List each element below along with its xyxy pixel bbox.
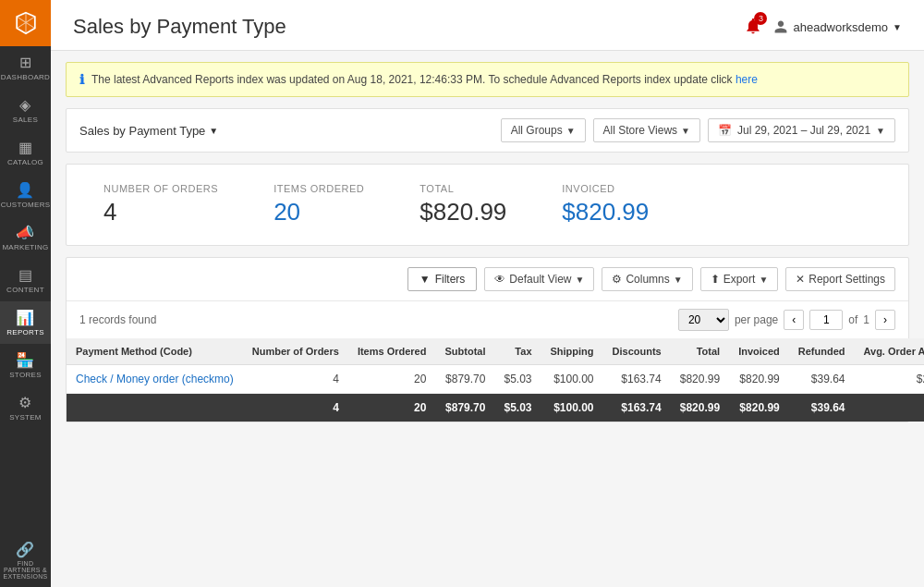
stat-total: TOTAL $820.99 <box>419 183 506 226</box>
total-invoiced: $820.99 <box>729 394 789 422</box>
total-value: $820.99 <box>419 198 506 226</box>
header-right: 3 aheadworksdemo ▼ <box>744 17 902 38</box>
cell-tax: $5.03 <box>494 365 541 394</box>
catalog-icon: ▦ <box>18 139 32 156</box>
sidebar-item-label: Content <box>6 286 44 294</box>
cell-avg-order: $205.25 <box>854 365 924 394</box>
user-menu[interactable]: aheadworksdemo ▼ <box>773 19 902 34</box>
logo[interactable] <box>0 0 51 46</box>
columns-button[interactable]: ⚙ Columns ▼ <box>602 267 692 291</box>
partners-icon: 🔗 <box>16 541 34 558</box>
sidebar-item-content[interactable]: ▤ Content <box>0 259 51 301</box>
total-tax: $5.03 <box>494 394 541 422</box>
groups-dropdown[interactable]: All Groups ▼ <box>501 118 586 142</box>
sidebar-item-dashboard[interactable]: ⊞ Dashboard <box>0 46 51 89</box>
page-size-select[interactable]: 20 50 100 <box>678 309 729 331</box>
sidebar-item-stores[interactable]: 🏪 Stores <box>0 344 51 386</box>
records-found: 1 records found <box>79 313 156 326</box>
sidebar-item-label: Dashboard <box>1 73 50 81</box>
export-chevron: ▼ <box>759 275 768 285</box>
calendar-icon: 📅 <box>718 124 732 137</box>
cell-total: $820.99 <box>671 365 729 394</box>
report-selector-label: Sales by Payment Type <box>79 124 205 138</box>
cell-subtotal: $879.70 <box>435 365 494 394</box>
data-table: Payment Method (Code) Number of Orders I… <box>67 338 924 422</box>
report-toolbar: Sales by Payment Type ▼ All Groups ▼ All… <box>66 108 909 153</box>
toolbar-left: Sales by Payment Type ▼ <box>79 124 218 138</box>
banner-message: The latest Advanced Reports index was up… <box>91 73 758 86</box>
reports-icon: 📊 <box>16 309 34 326</box>
page-header: Sales by Payment Type 3 aheadworksdemo ▼ <box>51 0 924 51</box>
sidebar-item-label: Reports <box>6 328 44 336</box>
cell-discounts: $163.74 <box>603 365 671 394</box>
export-button[interactable]: ⬆ Export ▼ <box>700 267 779 291</box>
items-label: ITEMS ORDERED <box>274 183 364 194</box>
sidebar-item-label: Catalog <box>7 158 43 166</box>
default-view-button[interactable]: 👁 Default View ▼ <box>484 267 594 291</box>
toolbar-right: All Groups ▼ All Store Views ▼ 📅 Jul 29,… <box>501 118 895 142</box>
default-view-chevron: ▼ <box>576 275 585 285</box>
prev-page-button[interactable]: ‹ <box>784 310 804 330</box>
filters-button[interactable]: ▼ Filters <box>407 267 478 291</box>
total-avg-order <box>854 394 924 422</box>
table-header-row: Payment Method (Code) Number of Orders I… <box>67 338 924 365</box>
stores-icon: 🏪 <box>16 351 34 369</box>
col-subtotal: Subtotal <box>435 338 494 365</box>
store-views-dropdown[interactable]: All Store Views ▼ <box>593 118 700 142</box>
total-total: $820.99 <box>671 394 729 422</box>
sidebar-item-marketing[interactable]: 📣 Marketing <box>0 216 51 259</box>
totals-row: 4 20 $879.70 $5.03 $100.00 $163.74 $820.… <box>67 394 924 422</box>
total-discounts: $163.74 <box>603 394 671 422</box>
customers-icon: 👤 <box>16 181 34 199</box>
total-label <box>67 394 243 422</box>
sidebar-item-catalog[interactable]: ▦ Catalog <box>0 131 51 174</box>
notification-bell[interactable]: 3 <box>744 17 762 38</box>
payment-method-link[interactable]: Check / Money order (checkmo) <box>76 373 234 385</box>
table-row: Check / Money order (checkmo) 4 20 $879.… <box>67 365 924 394</box>
report-settings-button[interactable]: ✕ Report Settings <box>785 267 895 291</box>
page-title: Sales by Payment Type <box>73 15 286 39</box>
system-icon: ⚙ <box>18 394 31 411</box>
invoiced-value: $820.99 <box>562 198 649 226</box>
info-banner: ℹ The latest Advanced Reports index was … <box>66 62 909 97</box>
next-page-button[interactable]: › <box>875 310 895 330</box>
date-range-picker[interactable]: 📅 Jul 29, 2021 – Jul 29, 2021 ▼ <box>708 118 895 142</box>
col-discounts: Discounts <box>603 338 671 365</box>
columns-chevron: ▼ <box>674 275 683 285</box>
sidebar-item-system[interactable]: ⚙ System <box>0 386 51 429</box>
col-total: Total <box>671 338 729 365</box>
col-avg-order: Avg. Order Amount <box>854 338 924 365</box>
items-value: 20 <box>274 198 300 226</box>
sidebar-item-reports[interactable]: 📊 Reports <box>0 301 51 344</box>
table-section: ▼ Filters 👁 Default View ▼ ⚙ Columns ▼ ⬆… <box>66 257 909 422</box>
sidebar-item-label: Marketing <box>2 243 48 251</box>
total-subtotal: $879.70 <box>435 394 494 422</box>
col-items: Items Ordered <box>348 338 436 365</box>
total-items: 20 <box>348 394 436 422</box>
stat-orders: NUMBER OF ORDERS 4 <box>103 183 218 226</box>
sidebar-item-label: Find Partners & Extensions <box>3 560 47 580</box>
table-toolbar: ▼ Filters 👁 Default View ▼ ⚙ Columns ▼ ⬆… <box>67 258 908 301</box>
content-icon: ▤ <box>18 266 32 284</box>
main-content: Sales by Payment Type 3 aheadworksdemo ▼… <box>51 0 924 587</box>
col-invoiced: Invoiced <box>729 338 789 365</box>
stat-invoiced: INVOICED $820.99 <box>562 183 649 226</box>
total-shipping: $100.00 <box>541 394 603 422</box>
total-label: TOTAL <box>419 183 454 194</box>
sidebar-item-customers[interactable]: 👤 Customers <box>0 174 51 216</box>
sidebar: ⊞ Dashboard ◈ Sales ▦ Catalog 👤 Customer… <box>0 0 51 587</box>
orders-value: 4 <box>103 198 116 226</box>
sidebar-item-find-partners[interactable]: 🔗 Find Partners & Extensions <box>0 533 51 587</box>
here-link[interactable]: here <box>736 73 758 86</box>
filter-icon: ▼ <box>419 273 431 286</box>
sidebar-item-label: Sales <box>13 116 38 124</box>
marketing-icon: 📣 <box>16 224 34 241</box>
orders-label: NUMBER OF ORDERS <box>103 183 218 194</box>
per-page-label: per page <box>735 313 778 326</box>
sidebar-item-sales[interactable]: ◈ Sales <box>0 89 51 131</box>
notification-count: 3 <box>754 12 767 25</box>
info-icon: ℹ <box>79 72 84 87</box>
total-pages: 1 <box>863 313 869 326</box>
current-page-input[interactable] <box>809 310 843 330</box>
report-selector[interactable]: Sales by Payment Type ▼ <box>79 124 218 138</box>
